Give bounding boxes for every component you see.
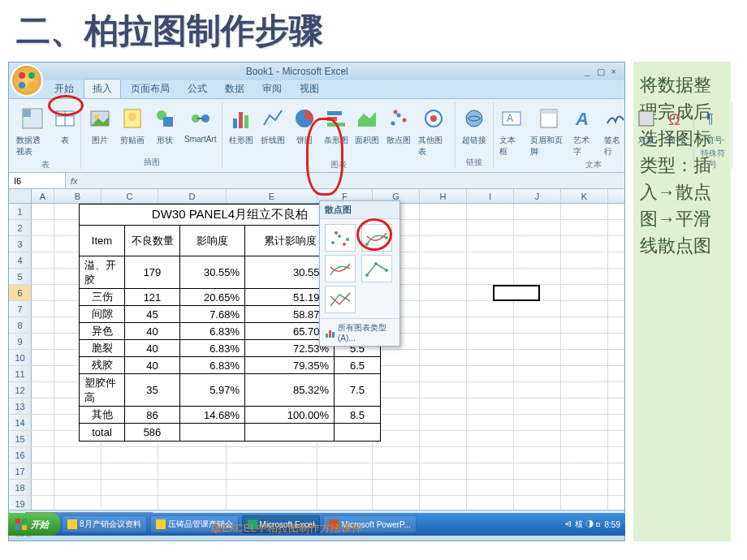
cell[interactable] [420,252,467,268]
cell[interactable] [420,447,467,463]
cell[interactable] [54,496,101,510]
row-header[interactable]: 11 [9,366,32,381]
ribbon-scatter-button[interactable]: 散点图 [384,102,414,148]
cell[interactable] [467,220,514,235]
ribbon-pic-button[interactable]: 图片 [84,102,115,148]
ribbon-wordart-button[interactable]: A艺术字 [571,102,599,159]
cell[interactable] [32,415,54,430]
cell[interactable] [32,398,54,414]
cell[interactable] [514,398,561,414]
cell[interactable] [514,447,561,463]
cell[interactable] [317,463,373,479]
name-box[interactable]: I6 [9,173,66,188]
cell[interactable] [32,447,54,463]
all-chart-types[interactable]: 所有图表类型(A)... [320,318,399,346]
office-button[interactable] [11,64,43,97]
cell[interactable] [54,447,101,463]
column-header-K[interactable]: K [561,189,608,203]
cell[interactable] [561,447,608,463]
ribbon-tab-视图[interactable]: 视图 [291,80,327,98]
column-header-B[interactable]: B [54,189,101,203]
cell[interactable] [227,480,317,495]
cell[interactable] [514,496,561,510]
cell[interactable] [561,431,608,446]
maximize-button[interactable]: ▢ [597,67,605,77]
cell[interactable] [101,480,158,495]
cell[interactable] [373,447,420,463]
task-item[interactable]: 8月产销会议资料 [62,515,147,533]
ribbon-tab-公式[interactable]: 公式 [179,80,215,98]
cell[interactable] [561,301,608,317]
ribbon-textbox-button[interactable]: A文本框 [497,102,525,159]
column-header-H[interactable]: H [420,189,467,203]
cell[interactable] [514,463,561,479]
fx-label[interactable]: fx [66,176,83,186]
ribbon-sig-button[interactable]: 签名行 [602,102,630,159]
cell[interactable] [467,463,514,479]
ribbon-sym-button[interactable]: Ω符号 [662,102,690,148]
cell[interactable] [32,382,54,398]
cell[interactable] [514,382,561,398]
cell[interactable] [101,447,158,463]
cell[interactable] [101,463,158,479]
cell[interactable] [32,431,54,446]
ribbon-bar-button[interactable]: 条形图 [321,102,351,148]
cell[interactable] [467,252,514,268]
ribbon-table-button[interactable]: 表 [52,102,77,148]
start-button[interactable]: 开始 [8,513,60,536]
cell[interactable] [514,415,561,430]
cell[interactable] [561,252,608,268]
cell[interactable] [373,463,420,479]
cell[interactable] [32,480,54,495]
cell[interactable] [420,398,467,414]
cell[interactable] [32,204,54,219]
column-header-J[interactable]: J [514,189,561,203]
cell[interactable] [467,480,514,495]
ribbon-line-button[interactable]: 折线图 [257,102,287,148]
row-header[interactable]: 18 [9,480,32,495]
cell[interactable] [561,366,608,381]
row-header[interactable]: 13 [9,398,32,414]
ribbon-obj-button[interactable]: 对象 [632,102,660,148]
cell[interactable] [227,447,317,463]
cell[interactable] [467,334,514,349]
ribbon-pivot-button[interactable]: 数据透视表 [14,102,50,159]
row-header[interactable]: 4 [9,252,32,268]
scatter-smooth-lines-markers[interactable] [361,224,392,252]
cell[interactable] [101,496,158,510]
cell[interactable] [420,350,467,365]
cell[interactable] [420,317,467,333]
cell[interactable] [514,366,561,381]
cell[interactable] [420,204,467,219]
cell[interactable] [420,480,467,495]
cell[interactable] [467,269,514,284]
cell[interactable] [158,496,227,510]
ribbon-area-button[interactable]: 面积图 [352,102,382,148]
ribbon-special-button[interactable]: ¶· 符号· [697,102,728,148]
cell[interactable] [420,269,467,284]
row-header[interactable]: 2 [9,220,32,235]
scatter-straight-lines-markers[interactable] [361,255,392,282]
cell[interactable] [561,382,608,398]
cell[interactable] [467,496,514,510]
row-header[interactable]: 10 [9,350,32,365]
cell[interactable] [561,236,608,252]
cell[interactable] [420,285,467,300]
cell[interactable] [32,236,54,252]
row-header[interactable]: 12 [9,382,32,398]
cell[interactable] [561,480,608,495]
cell[interactable] [514,350,561,365]
row-header[interactable]: 3 [9,236,32,252]
cell[interactable] [514,480,561,495]
cell[interactable] [32,463,54,479]
ribbon-tab-插入[interactable]: 插入 [84,79,121,98]
cell[interactable] [420,236,467,252]
cell[interactable] [420,415,467,430]
row-header[interactable]: 15 [9,431,32,446]
row-header[interactable]: 16 [9,447,32,463]
cell[interactable] [561,220,608,235]
column-header-A[interactable]: A [32,189,54,203]
cell[interactable] [561,317,608,333]
cell[interactable] [561,269,608,284]
row-header[interactable]: 9 [9,334,32,349]
